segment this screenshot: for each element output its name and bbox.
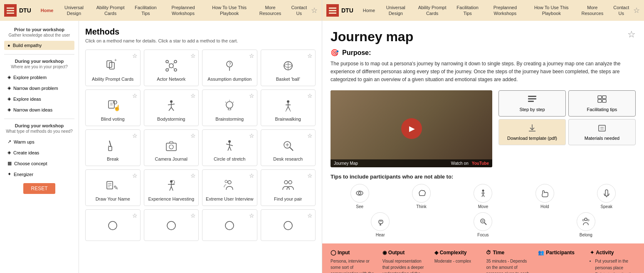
method-card-actor-network[interactable]: ☆ Actor Network: [144, 50, 199, 86]
right-nav-howto[interactable]: How To Use This Playbook: [527, 3, 575, 18]
star-bodystorming[interactable]: ☆: [190, 92, 196, 99]
star-brainstorming[interactable]: ☆: [249, 92, 254, 99]
footer-participants: 👥 Participants: [538, 250, 584, 273]
reset-button[interactable]: RESET: [23, 183, 55, 194]
star-circle-stretch[interactable]: ☆: [249, 132, 254, 139]
star-17[interactable]: ☆: [132, 212, 138, 219]
sidebar-item-explore-ideas[interactable]: ◈ Explore ideas: [4, 94, 74, 104]
nav-link-preplanned[interactable]: Preplanned Workshops: [162, 3, 205, 18]
method-card-find-pair[interactable]: ☆ Find your pair: [261, 169, 316, 206]
method-card-brainwalking[interactable]: ☆ Brainwalking: [261, 89, 316, 126]
right-nav-more[interactable]: More Resources: [576, 3, 608, 18]
journey-sidebar-actions: Step by step Facilitating tips: [498, 90, 636, 167]
nav-link-howto[interactable]: How To Use This Playbook: [205, 3, 254, 18]
footer-input: ◯ Input Persona, interview or some sort …: [331, 250, 376, 273]
svg-line-86: [482, 194, 483, 197]
method-card-blind-voting[interactable]: ☆ ☝ Blind voting: [85, 89, 141, 126]
method-card-bodystorming[interactable]: ☆ Bodystorming: [144, 89, 199, 126]
download-template-button[interactable]: Download template (pdf): [498, 119, 566, 145]
journey-star-icon[interactable]: ☆: [627, 29, 636, 40]
method-card-19[interactable]: ☆: [202, 209, 257, 241]
right-nav-star[interactable]: ☆: [633, 6, 640, 15]
journey-video[interactable]: Journey Map Watch on YouTube: [331, 90, 492, 167]
star-assumption[interactable]: ☆: [249, 52, 254, 59]
star-draw-your-name[interactable]: ☆: [132, 172, 138, 179]
method-card-desk-research[interactable]: ☆ Desk research: [261, 129, 316, 166]
star-18[interactable]: ☆: [190, 212, 196, 219]
method-card-18[interactable]: ☆: [144, 209, 199, 241]
blind-voting-icon: ☝: [89, 97, 137, 114]
create-ideas-label: Create ideas: [13, 150, 39, 155]
sidebar-item-explore-problem[interactable]: ◈ Explore problem: [4, 72, 74, 82]
method-card-ability-prompt[interactable]: ☆ + Ability Prompt Cards: [85, 50, 141, 86]
star-basket-ball[interactable]: ☆: [307, 52, 313, 59]
svg-point-93: [582, 219, 584, 221]
star-brainwalking[interactable]: ☆: [307, 92, 313, 99]
star-camera-journal[interactable]: ☆: [190, 132, 196, 139]
svg-point-69: [284, 221, 292, 230]
star-desk-research[interactable]: ☆: [307, 132, 313, 139]
method-card-break[interactable]: ☆ Break: [85, 129, 141, 166]
method-card-basket-ball[interactable]: ☆ Basket 'ball': [261, 50, 316, 86]
assumption-label: Assumption dumption: [206, 77, 254, 82]
move-label: Move: [478, 204, 488, 209]
right-nav-universal[interactable]: Universal Design: [379, 3, 412, 18]
facilitating-tips-button[interactable]: Facilitating tips: [568, 90, 636, 117]
sidebar-item-energizer[interactable]: ✦ Energizer: [4, 169, 74, 179]
sidebar-item-narrow-down-ideas[interactable]: ◈ Narrow down ideas: [4, 105, 74, 114]
method-card-20[interactable]: ☆: [261, 209, 316, 241]
right-nav-home[interactable]: Home: [360, 6, 378, 15]
tips-grid-row1: See Think Move: [331, 184, 636, 209]
build-empathy-label: Build empathy: [13, 43, 42, 48]
method-card-circle-stretch[interactable]: ☆ Circle of stretch: [202, 129, 257, 166]
method-card-experience-harvesting[interactable]: ☆ Experience Harvesting: [144, 169, 199, 206]
journey-video-area: Journey Map Watch on YouTube: [331, 90, 492, 167]
svg-line-8: [168, 63, 170, 64]
right-nav-facilitation[interactable]: Facilitation Tips: [452, 3, 483, 18]
method-card-assumption[interactable]: ☆ ? Assumption dumption: [202, 50, 257, 86]
nav-link-facilitation[interactable]: Facilitation Tips: [131, 3, 161, 18]
nav-link-more[interactable]: More Resources: [254, 3, 286, 18]
method-card-brainstorming[interactable]: ☆ Brainstorming: [202, 89, 257, 126]
method-card-extreme-user[interactable]: ☆ Extreme User Interview: [202, 169, 257, 206]
sidebar-item-narrow-down-problem[interactable]: ◈ Narrow down problem: [4, 83, 74, 93]
footer-activity: ✦ Activity Put yourself in the personas …: [590, 250, 636, 273]
step-by-step-button[interactable]: Step by step: [498, 90, 566, 117]
video-play-button[interactable]: [401, 118, 422, 139]
sidebar: Prior to your workshop Gather knowledge …: [0, 21, 79, 273]
participants-title-text: Participants: [546, 250, 575, 256]
break-icon: [89, 137, 137, 154]
see-label: See: [356, 204, 363, 209]
purpose-target-icon: 🎯: [331, 49, 339, 57]
star-extreme-user[interactable]: ☆: [249, 172, 254, 179]
materials-needed-label: Materials needed: [585, 136, 619, 141]
footer-output-title: ◉ Output: [382, 250, 428, 256]
star-experience-harvesting[interactable]: ☆: [190, 172, 196, 179]
nav-link-ability[interactable]: Ability Prompt Cards: [91, 3, 129, 18]
sidebar-item-build-empathy[interactable]: ● Build empathy: [4, 41, 74, 50]
experience-harvesting-icon: [148, 177, 195, 194]
method-card-camera-journal[interactable]: ☆ Camera Journal: [144, 129, 199, 166]
sidebar-item-choose-concept[interactable]: ▦ Choose concept: [4, 159, 74, 168]
complexity-icon: ◈: [434, 250, 438, 256]
nav-link-home[interactable]: Home: [37, 6, 57, 15]
sidebar-item-create-ideas[interactable]: ◈ Create ideas: [4, 148, 74, 157]
sidebar-item-warm-ups[interactable]: ↗ Warm ups: [4, 137, 74, 146]
star-break[interactable]: ☆: [132, 132, 138, 139]
nav-link-contact[interactable]: Contact Us: [287, 3, 311, 18]
star-blind-voting[interactable]: ☆: [132, 92, 138, 99]
right-nav-preplanned[interactable]: Preplanned Workshops: [484, 3, 526, 18]
star-19[interactable]: ☆: [249, 212, 254, 219]
star-actor-network[interactable]: ☆: [190, 52, 196, 59]
right-nav-contact[interactable]: Contact Us: [609, 3, 633, 18]
method-card-draw-your-name[interactable]: ☆ ✎ Draw Your Name: [85, 169, 141, 206]
star-ability-prompt[interactable]: ☆: [132, 52, 138, 59]
left-panel: DTU Home Universal Design Ability Prompt…: [0, 0, 322, 273]
materials-needed-button[interactable]: Materials needed: [568, 119, 636, 145]
method-card-17[interactable]: ☆: [85, 209, 141, 241]
nav-link-universal[interactable]: Universal Design: [57, 3, 90, 18]
star-find-pair[interactable]: ☆: [307, 172, 313, 179]
right-nav-ability[interactable]: Ability Prompt Cards: [413, 3, 451, 18]
left-nav-star[interactable]: ☆: [311, 6, 318, 15]
star-20[interactable]: ☆: [307, 212, 313, 219]
